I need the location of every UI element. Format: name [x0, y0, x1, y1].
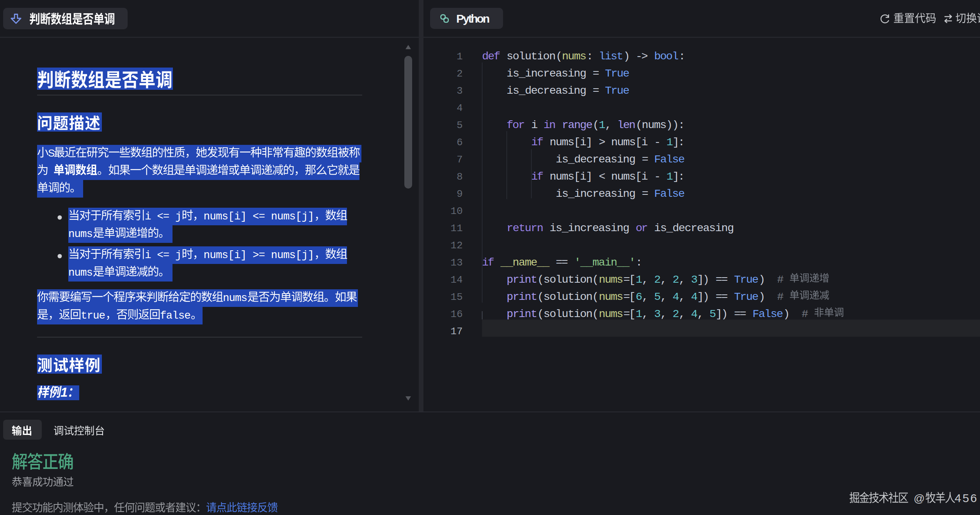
svg-text:,: , [642, 290, 649, 303]
svg-text:is_decreasing: is_decreasing [654, 222, 734, 235]
svg-text:'__main__': '__main__' [574, 256, 636, 269]
svg-text:(nums)):: (nums)): [636, 119, 685, 132]
svg-text:nums[i] <= nums[j]: nums[i] <= nums[j] [204, 210, 315, 223]
svg-text:]): ]) [697, 290, 710, 303]
svg-text:nums[i: nums[i [611, 170, 648, 183]
svg-text:4: 4 [691, 308, 698, 321]
svg-text:16: 16 [450, 308, 462, 320]
svg-text:i <= j: i <= j [145, 249, 182, 261]
svg-text:nums[i]: nums[i] [550, 170, 592, 183]
svg-text:-: - [654, 136, 661, 149]
svg-text:1: 1 [60, 385, 68, 399]
svg-text:2: 2 [672, 308, 679, 321]
svg-text:nums: nums [562, 50, 587, 63]
svg-text:False: False [654, 153, 685, 166]
svg-text:solution: solution [507, 50, 556, 63]
svg-text:]): ]) [716, 308, 728, 321]
svg-text:bool: bool [654, 50, 679, 63]
svg-text:]:: ]: [672, 136, 685, 149]
svg-text:if: if [531, 136, 544, 149]
svg-text:=: = [642, 187, 649, 200]
svg-text:True: True [734, 290, 759, 303]
svg-text:=[: =[ [623, 290, 636, 303]
svg-text:range: range [562, 119, 593, 132]
svg-text:or: or [636, 222, 648, 235]
svg-text:len: len [617, 119, 636, 132]
svg-text:True: True [734, 273, 759, 286]
svg-text:def: def [482, 50, 500, 63]
svg-text:#: # [802, 308, 808, 321]
svg-text:->: -> [636, 50, 648, 63]
svg-text:3: 3 [457, 85, 463, 97]
svg-text:nums[i] >= nums[j]: nums[i] >= nums[j] [204, 249, 315, 261]
svg-text:1: 1 [636, 273, 642, 286]
svg-text:1: 1 [636, 308, 642, 321]
svg-text:(solution(: (solution( [537, 290, 599, 303]
svg-text:13: 13 [450, 257, 462, 269]
svg-text:6: 6 [457, 137, 463, 148]
svg-text:2: 2 [457, 68, 463, 80]
svg-text:==: == [556, 256, 568, 269]
svg-text:): ) [759, 290, 765, 303]
svg-text:i <= j: i <= j [145, 210, 182, 223]
svg-text:#: # [777, 290, 784, 303]
svg-text:nums: nums [599, 273, 623, 286]
svg-text:5: 5 [654, 290, 661, 303]
svg-text:=[: =[ [623, 308, 636, 321]
svg-text:3: 3 [691, 273, 698, 286]
svg-text:Python: Python [456, 12, 490, 25]
svg-text:False: False [654, 187, 685, 200]
svg-text:list: list [599, 50, 623, 63]
svg-text:): ) [623, 50, 630, 63]
svg-text:=: = [642, 153, 649, 166]
svg-text:in: in [544, 119, 556, 132]
svg-text:False: False [752, 308, 783, 321]
svg-text:,: , [605, 119, 612, 132]
svg-text:==: == [716, 273, 728, 286]
svg-text:2: 2 [654, 273, 661, 286]
svg-text:4: 4 [691, 290, 698, 303]
svg-text:is_increasing: is_increasing [556, 187, 636, 200]
svg-text:): ) [759, 273, 765, 286]
svg-text:is_decreasing: is_decreasing [556, 153, 636, 166]
svg-text:,: , [679, 290, 685, 303]
svg-text::: : [636, 256, 642, 269]
svg-text::: : [679, 50, 685, 63]
svg-text:,: , [697, 308, 704, 321]
svg-text:12: 12 [450, 240, 462, 251]
svg-text:11: 11 [450, 223, 462, 234]
svg-text:true: true [81, 310, 105, 322]
svg-text:4: 4 [672, 290, 679, 303]
svg-text:#: # [777, 273, 784, 286]
svg-text:,: , [679, 308, 685, 321]
svg-text:True: True [605, 84, 630, 97]
svg-text:nums: nums [223, 292, 247, 304]
svg-text:]): ]) [697, 273, 710, 286]
svg-text:,: , [660, 273, 667, 286]
svg-text:>: > [599, 136, 605, 149]
svg-text:(: ( [556, 50, 562, 63]
svg-text:,: , [660, 290, 667, 303]
svg-text:,: , [679, 273, 685, 286]
svg-text:print: print [507, 290, 537, 303]
svg-text:__name__: __name__ [500, 256, 550, 269]
svg-text:1: 1 [667, 136, 673, 149]
svg-text:6: 6 [636, 290, 642, 303]
svg-text:==: == [716, 290, 728, 303]
svg-text:if: if [531, 170, 544, 183]
svg-text:return: return [507, 222, 544, 235]
svg-text:=: = [593, 67, 599, 80]
svg-text:false: false [160, 310, 191, 322]
svg-text:]:: ]: [672, 170, 685, 183]
svg-text:print: print [507, 273, 537, 286]
svg-text:nums[i: nums[i [611, 136, 648, 149]
svg-text:if: if [482, 256, 494, 269]
svg-text:@: @ [914, 492, 925, 504]
svg-text::: : [587, 50, 593, 63]
svg-text:,: , [660, 308, 667, 321]
svg-text:5: 5 [457, 119, 463, 131]
svg-text:1: 1 [667, 170, 673, 183]
svg-text:(solution(: (solution( [537, 308, 599, 321]
svg-text:is_increasing: is_increasing [550, 222, 630, 235]
svg-text:10: 10 [450, 205, 462, 217]
